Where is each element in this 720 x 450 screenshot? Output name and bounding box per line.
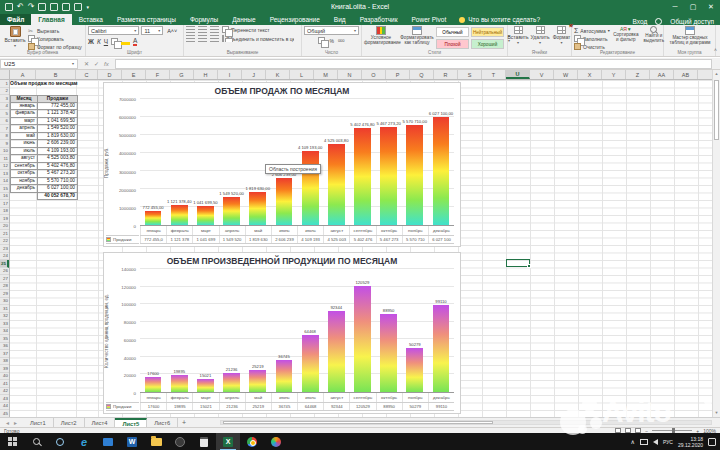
bar-январь[interactable]: 772 455,00 <box>145 211 162 225</box>
bar-июнь[interactable]: 2 606 239,00 <box>276 178 293 225</box>
row-header-38[interactable]: 38 <box>0 358 9 366</box>
style-Плохой[interactable]: Плохой <box>436 39 469 49</box>
minimize-button[interactable]: ─ <box>666 0 684 13</box>
prev-sheet-button[interactable]: ◄ <box>5 420 10 426</box>
sheet-tab-Лист6[interactable]: Лист6 <box>147 418 178 427</box>
column-header-T[interactable]: T <box>482 70 506 79</box>
row-header-40[interactable]: 40 <box>0 373 9 381</box>
bar-декабрь[interactable]: 99110 <box>433 305 450 392</box>
close-button[interactable]: ✕ <box>702 0 720 13</box>
cancel-icon[interactable]: ✕ <box>84 60 89 67</box>
tab-Power Pivot[interactable]: Power Pivot <box>405 14 454 25</box>
app-dark-icon[interactable] <box>168 433 192 450</box>
row-header-2[interactable]: 2 <box>0 88 9 96</box>
fx-icon[interactable]: fx <box>104 61 109 67</box>
thousands-button[interactable]: 000 <box>338 38 345 43</box>
tab-Вид[interactable]: Вид <box>327 14 353 25</box>
horizontal-scrollbar[interactable] <box>220 420 712 425</box>
tab-Разметка страницы[interactable]: Разметка страницы <box>110 14 183 25</box>
bar-ноябрь[interactable]: 5 570 710,00 <box>406 125 423 225</box>
row-header-22[interactable]: 22 <box>0 238 9 246</box>
row-header-10[interactable]: 10 <box>0 148 9 156</box>
table-row[interactable]: январь772 455,00 <box>10 103 100 111</box>
column-header-V[interactable]: V <box>530 70 554 79</box>
row-header-17[interactable]: 17 <box>0 200 9 208</box>
bar-июль[interactable]: 64468 <box>302 335 319 392</box>
row-header-3[interactable]: 3 <box>0 95 9 103</box>
table-row[interactable]: апрель1 549 520,00 <box>10 125 100 133</box>
column-header-F[interactable]: F <box>146 70 170 79</box>
row-header-44[interactable]: 44 <box>0 403 9 411</box>
formula-input[interactable] <box>115 59 712 69</box>
column-header-L[interactable]: L <box>290 70 314 79</box>
tab-Вставка[interactable]: Вставка <box>72 14 110 25</box>
style-Хороший[interactable]: Хороший <box>471 39 504 49</box>
column-header-N[interactable]: N <box>338 70 362 79</box>
calculator-icon[interactable] <box>192 433 216 450</box>
column-header-K[interactable]: K <box>266 70 290 79</box>
excel-icon[interactable]: X <box>216 433 240 450</box>
file-explorer-icon[interactable] <box>144 433 168 450</box>
volume-icon[interactable] <box>653 439 658 445</box>
row-header-12[interactable]: 12 <box>0 163 9 171</box>
column-header-W[interactable]: W <box>554 70 578 79</box>
column-header-AB[interactable]: AB <box>674 70 698 79</box>
table-row[interactable]: сентябрь5 402 476,80 <box>10 163 100 171</box>
table-row[interactable]: март1 041 699,50 <box>10 118 100 126</box>
cut-button[interactable]: Вырезать <box>28 27 82 34</box>
row-header-19[interactable]: 19 <box>0 215 9 223</box>
tab-Формулы[interactable]: Формулы <box>183 14 225 25</box>
row-header-24[interactable]: 24 <box>0 253 9 261</box>
format-cells-button[interactable]: Формат▾ <box>553 26 571 50</box>
column-header-A[interactable]: A <box>10 70 36 79</box>
edge-icon[interactable]: e <box>72 433 96 450</box>
row-header-41[interactable]: 41 <box>0 380 9 388</box>
row-header-6[interactable]: 6 <box>0 118 9 126</box>
column-header-O[interactable]: O <box>362 70 386 79</box>
row-header-34[interactable]: 34 <box>0 328 9 336</box>
column-header-AA[interactable]: AA <box>650 70 674 79</box>
number-format-select[interactable]: Общий▾ <box>304 26 359 35</box>
column-header-D[interactable]: D <box>98 70 122 79</box>
table-row[interactable]: ноябрь5 570 710,00 <box>10 178 100 186</box>
delete-cells-button[interactable]: Удалить▾ <box>531 26 550 50</box>
row-header-33[interactable]: 33 <box>0 320 9 328</box>
signin-link[interactable]: Вход <box>633 18 648 25</box>
align-left-icon[interactable] <box>186 35 195 42</box>
bar-апрель[interactable]: 21236 <box>223 373 240 392</box>
cortana-icon[interactable] <box>48 433 72 450</box>
table-row[interactable]: февраль1 121 378,40 <box>10 110 100 118</box>
clear-button[interactable]: Очистить <box>574 43 610 50</box>
column-header-S[interactable]: S <box>458 70 482 79</box>
align-top-icon[interactable] <box>186 26 195 33</box>
enter-icon[interactable]: ✓ <box>94 60 99 67</box>
row-header-25[interactable]: 25 <box>0 260 9 268</box>
column-header-E[interactable]: E <box>122 70 146 79</box>
align-middle-icon[interactable] <box>198 26 207 33</box>
borders-icon[interactable] <box>111 38 118 45</box>
table-row[interactable]: июль4 109 193,00 <box>10 148 100 156</box>
table-row[interactable]: октябрь5 467 273,20 <box>10 170 100 178</box>
table-row[interactable]: август4 525 003,80 <box>10 155 100 163</box>
style-Обычный[interactable]: Обычный <box>436 27 469 37</box>
tab-Разработчик[interactable]: Разработчик <box>353 14 405 25</box>
maximize-button[interactable]: ▢ <box>684 0 702 13</box>
row-header-36[interactable]: 36 <box>0 343 9 351</box>
fill-button[interactable]: Заполнить <box>574 35 610 42</box>
conditional-formatting-button[interactable]: Условное форматирование <box>364 26 398 50</box>
row-header-8[interactable]: 8 <box>0 133 9 141</box>
row-header-26[interactable]: 26 <box>0 268 9 276</box>
sheet-tab-Лист2[interactable]: Лист2 <box>54 418 85 427</box>
row-header-5[interactable]: 5 <box>0 110 9 118</box>
bar-май[interactable]: 1 819 630,00 <box>249 192 266 225</box>
share-button[interactable]: Общий доступ <box>670 18 714 25</box>
row-header-32[interactable]: 32 <box>0 313 9 321</box>
vertical-scroll-thumb[interactable] <box>714 80 719 140</box>
column-header-G[interactable]: G <box>170 70 194 79</box>
autosum-button[interactable]: ΣАвтосумма▾ <box>574 27 610 34</box>
pivot-wizard-button[interactable]: Мастер сводных таблиц и диаграмм <box>666 26 714 50</box>
bar-февраль[interactable]: 1 121 378,40 <box>171 205 188 225</box>
column-header-Q[interactable]: Q <box>410 70 434 79</box>
insert-cells-button[interactable]: Вставить▾ <box>509 26 528 50</box>
wrap-text-button[interactable]: Перенести текст <box>222 26 270 33</box>
